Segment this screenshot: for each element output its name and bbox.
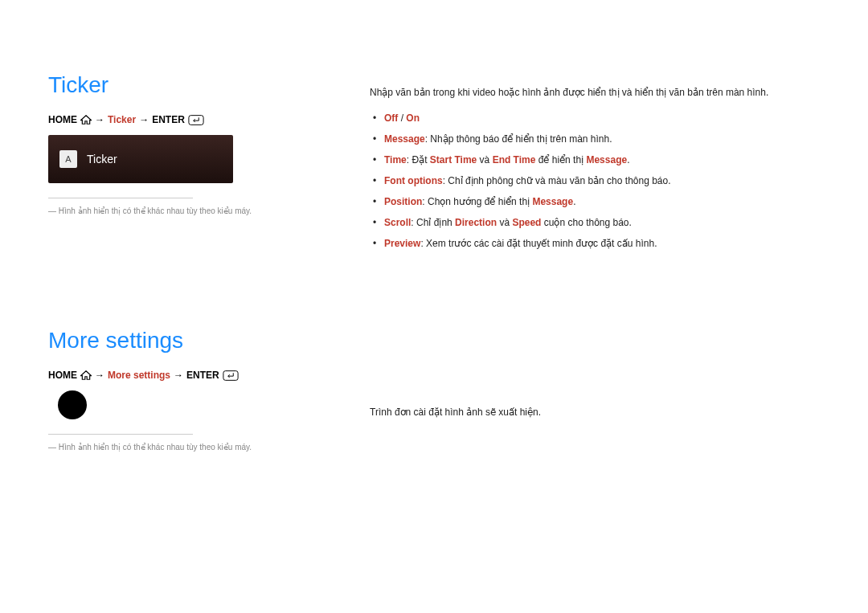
list-item: Font options: Chỉ định phông chữ và màu … <box>370 170 820 191</box>
highlight-text: Speed <box>512 217 541 228</box>
breadcrumb-mid: Ticker <box>108 114 136 125</box>
breadcrumb-enter: ENTER <box>152 114 185 125</box>
more-settings-section: More settings HOME → More settings → ENT… <box>48 328 338 452</box>
breadcrumb-home: HOME <box>48 370 77 381</box>
body-text: : Chỉ định phông chữ và màu văn bản cho … <box>443 175 671 186</box>
breadcrumb-mid: More settings <box>108 370 170 381</box>
highlight-text: Scroll <box>384 217 411 228</box>
body-text: . <box>573 196 575 207</box>
more-settings-description: Trình đơn cài đặt hình ảnh sẽ xuất hiện. <box>370 407 820 418</box>
ticker-description: Nhập văn bản trong khi video hoặc hình ả… <box>370 87 820 254</box>
feature-list: Off / On Message: Nhập thông báo để hiển… <box>370 108 820 254</box>
list-item: Preview: Xem trước các cài đặt thuyết mi… <box>370 233 820 254</box>
list-item: Scroll: Chỉ định Direction và Speed cuộn… <box>370 212 820 233</box>
arrow-text: → <box>95 114 104 125</box>
ticker-section: Ticker HOME → Ticker → ENTER A Ticker ― … <box>48 72 338 215</box>
highlight-text: Message <box>532 196 573 207</box>
ticker-badge: A <box>59 150 77 168</box>
svg-rect-0 <box>189 115 203 125</box>
body-text: : Nhập thông báo để hiển thị trên màn hì… <box>425 133 612 145</box>
enter-icon <box>188 115 204 125</box>
divider <box>48 198 193 198</box>
intro-text: Nhập văn bản trong khi video hoặc hình ả… <box>370 87 820 98</box>
note-text: ― Hình ảnh hiển thị có thể khác nhau tùy… <box>48 443 338 452</box>
arrow-text: → <box>95 370 104 381</box>
body-text: để hiển thị <box>535 154 586 166</box>
highlight-text: Message <box>586 154 627 166</box>
highlight-text: Preview <box>384 238 420 249</box>
body-text: và <box>477 154 492 166</box>
separator-text: / <box>398 112 406 124</box>
home-icon <box>80 115 92 125</box>
ticker-card-label: Ticker <box>87 153 117 166</box>
more-settings-icon <box>58 390 87 419</box>
svg-rect-1 <box>223 370 238 380</box>
highlight-text: End Time <box>493 154 536 166</box>
divider <box>48 434 193 435</box>
breadcrumb-more-settings: HOME → More settings → ENTER <box>48 370 338 381</box>
body-text: : Chỉ định <box>411 217 455 228</box>
highlight-text: Font options <box>384 175 443 186</box>
highlight-text: On <box>406 112 420 124</box>
highlight-text: Off <box>384 112 398 124</box>
ticker-card: A Ticker <box>48 135 233 183</box>
highlight-text: Start Time <box>430 154 477 166</box>
home-icon <box>80 370 92 380</box>
list-item: Off / On <box>370 108 820 129</box>
body-text: . <box>627 154 629 166</box>
section-title: Ticker <box>48 72 338 98</box>
section-title: More settings <box>48 328 338 353</box>
highlight-text: Direction <box>455 217 497 228</box>
enter-icon <box>223 370 239 381</box>
arrow-text: → <box>174 370 183 381</box>
body-text: : Đặt <box>407 154 430 166</box>
breadcrumb-home: HOME <box>48 114 77 125</box>
highlight-text: Position <box>384 196 422 207</box>
arrow-text: → <box>139 114 149 125</box>
breadcrumb-ticker: HOME → Ticker → ENTER <box>48 114 338 125</box>
body-text: : Xem trước các cài đặt thuyết minh được… <box>420 238 657 249</box>
list-item: Message: Nhập thông báo để hiển thị trên… <box>370 129 820 149</box>
list-item: Time: Đặt Start Time và End Time để hiển… <box>370 149 820 170</box>
body-text: : Chọn hướng để hiển thị <box>422 196 532 207</box>
body-text: và <box>497 217 512 228</box>
highlight-text: Time <box>384 154 407 166</box>
note-text: ― Hình ảnh hiển thị có thể khác nhau tùy… <box>48 206 338 215</box>
body-text: cuộn cho thông báo. <box>541 217 631 228</box>
highlight-text: Message <box>384 133 425 145</box>
intro-text: Trình đơn cài đặt hình ảnh sẽ xuất hiện. <box>370 407 820 418</box>
list-item: Position: Chọn hướng để hiển thị Message… <box>370 191 820 212</box>
breadcrumb-enter: ENTER <box>186 370 219 381</box>
